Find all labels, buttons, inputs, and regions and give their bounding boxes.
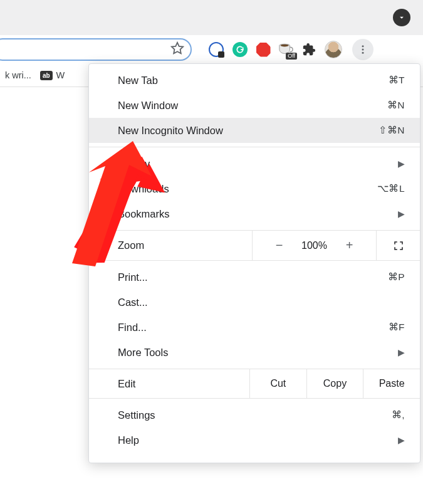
chevron-right-icon: ▶ — [398, 209, 405, 219]
grammarly-icon[interactable] — [232, 41, 248, 58]
top-banner — [0, 0, 423, 35]
menu-new-incognito-window[interactable]: New Incognito Window ⇧⌘N — [89, 118, 420, 143]
zoom-in-button[interactable]: + — [335, 238, 365, 253]
fullscreen-button[interactable] — [376, 231, 420, 260]
address-bar[interactable] — [0, 38, 192, 61]
menu-bookmarks[interactable]: Bookmarks ▶ — [89, 201, 420, 226]
menu-print[interactable]: Print... ⌘P — [89, 265, 420, 290]
chevron-right-icon: ▶ — [398, 347, 405, 357]
zoom-label: Zoom — [89, 239, 252, 251]
bookmark-label: k wri... — [5, 70, 31, 80]
adblock-icon[interactable]: AB — [256, 42, 271, 57]
svg-point-10 — [362, 45, 364, 47]
svg-point-12 — [362, 52, 364, 54]
chrome-menu-button[interactable] — [352, 39, 373, 60]
chevron-right-icon: ▶ — [398, 435, 405, 445]
menu-new-tab[interactable]: New Tab ⌘T — [89, 68, 420, 93]
menu-settings[interactable]: Settings ⌘, — [89, 402, 420, 428]
menu-edit-row: Edit Cut Copy Paste — [89, 369, 420, 399]
extension-icon-1[interactable] — [208, 41, 224, 58]
menu-new-window[interactable]: New Window ⌘N — [89, 93, 420, 118]
zoom-out-button[interactable]: − — [264, 238, 295, 253]
extension-icons: AB Off — [208, 39, 373, 60]
bookmark-label: W — [56, 70, 65, 80]
bookmark-item[interactable]: ab W — [40, 70, 65, 80]
chrome-menu: New Tab ⌘T New Window ⌘N New Incognito W… — [88, 63, 420, 463]
bookmark-star-icon[interactable] — [170, 41, 184, 58]
banner-close-button[interactable] — [393, 9, 410, 26]
profile-avatar[interactable] — [325, 41, 342, 58]
menu-cast[interactable]: Cast... — [89, 290, 420, 315]
svg-point-11 — [362, 49, 364, 51]
zoom-value: 100% — [295, 240, 335, 251]
menu-help[interactable]: Help ▶ — [89, 428, 420, 453]
bookmark-favicon: ab — [40, 71, 53, 80]
menu-find[interactable]: Find... ⌘F — [89, 315, 420, 340]
off-badge: Off — [286, 53, 297, 60]
edit-cut-button[interactable]: Cut — [249, 369, 306, 398]
browser-toolbar: AB Off — [0, 35, 423, 64]
edit-label: Edit — [89, 378, 249, 390]
svg-point-9 — [281, 45, 289, 47]
menu-zoom-row: Zoom − 100% + — [89, 230, 420, 260]
extensions-puzzle-icon[interactable] — [301, 41, 317, 58]
menu-history[interactable]: History ▶ — [89, 151, 420, 176]
chevron-right-icon: ▶ — [398, 159, 405, 169]
menu-more-tools[interactable]: More Tools ▶ — [89, 340, 420, 365]
caffeine-icon[interactable]: Off — [278, 42, 293, 57]
bookmark-item[interactable]: k wri... — [5, 70, 31, 80]
svg-marker-0 — [172, 43, 183, 53]
menu-downloads[interactable]: Downloads ⌥⌘L — [89, 176, 420, 201]
edit-paste-button[interactable]: Paste — [363, 369, 420, 398]
edit-copy-button[interactable]: Copy — [306, 369, 363, 398]
